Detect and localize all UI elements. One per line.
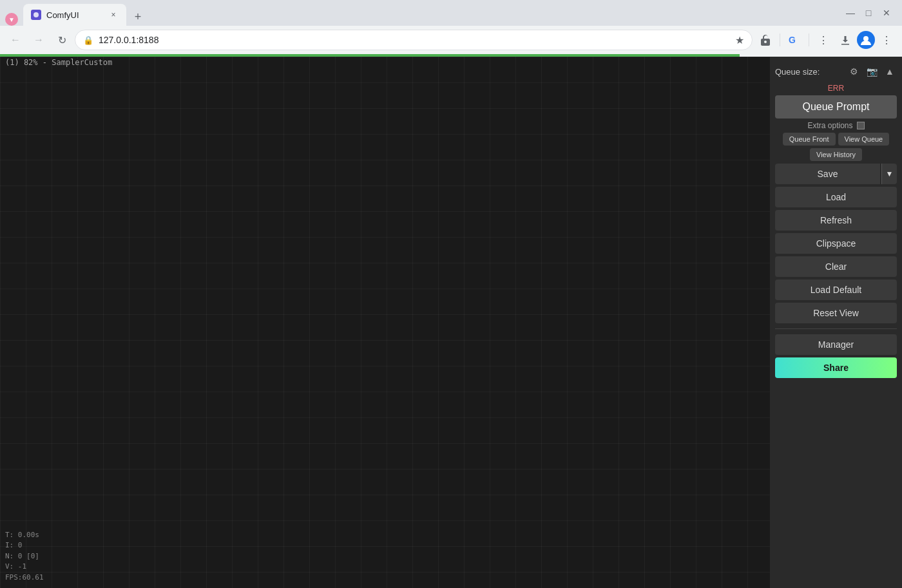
settings-icon[interactable]: ⚙: [847, 64, 861, 79]
forward-button[interactable]: →: [28, 30, 49, 50]
window-controls: — □ ✕: [843, 5, 897, 21]
close-button[interactable]: ✕: [879, 5, 894, 21]
svg-point-2: [863, 36, 868, 41]
reload-button[interactable]: ↻: [52, 30, 72, 50]
canvas-area[interactable]: (1) 82% - SamplerCustom T: 0.00s I: 0 N:…: [0, 57, 770, 588]
nav-right-buttons: G ⋮ ⋮: [755, 30, 897, 50]
nav-divider2: [809, 33, 809, 46]
tab-title: ComfyUI: [46, 10, 103, 20]
queue-size-row: Queue size: ⚙ 📷 ▲: [775, 62, 897, 81]
tab-favicon: [31, 10, 41, 20]
time-stat: T: 0.00s: [5, 530, 44, 541]
reset-view-button[interactable]: Reset View: [775, 303, 897, 323]
load-default-button[interactable]: Load Default: [775, 280, 897, 300]
back-button[interactable]: ←: [5, 30, 26, 50]
clipspace-button[interactable]: Clipspace: [775, 233, 897, 254]
chrome-more-button[interactable]: ⋮: [876, 30, 897, 50]
download-button[interactable]: [835, 30, 856, 50]
extra-options-row: Extra options: [775, 121, 897, 130]
save-dropdown-button[interactable]: ▼: [881, 164, 897, 184]
queue-size-label: Queue size:: [775, 67, 820, 77]
v-stat: V: -1: [5, 562, 44, 573]
manager-button[interactable]: Manager: [775, 334, 897, 355]
url-text: 127.0.0.1:8188: [99, 35, 730, 45]
main-area: (1) 82% - SamplerCustom T: 0.00s I: 0 N:…: [0, 57, 902, 588]
secure-icon: 🔒: [83, 35, 93, 45]
save-button[interactable]: Save: [775, 164, 880, 184]
maximize-button[interactable]: □: [861, 5, 876, 21]
svg-text:G: G: [789, 35, 796, 45]
fps-stat: FPS:60.61: [5, 573, 44, 583]
sidebar-divider: [775, 328, 897, 329]
new-tab-button[interactable]: +: [129, 8, 147, 26]
nav-bar: ← → ↻ 🔒 127.0.0.1:8188 ★ G ⋮ ⋮: [0, 26, 902, 54]
google-button[interactable]: G: [784, 30, 805, 50]
extra-options-checkbox[interactable]: [857, 122, 865, 129]
tab-bar: ▼ ComfyUI × +: [5, 0, 843, 26]
clear-button[interactable]: Clear: [775, 256, 897, 277]
nav-divider: [780, 33, 780, 46]
image-icon[interactable]: 📷: [865, 64, 879, 79]
address-bar[interactable]: 🔒 127.0.0.1:8188 ★: [75, 30, 753, 50]
profile-button[interactable]: [857, 31, 875, 49]
active-tab[interactable]: ComfyUI ×: [23, 4, 126, 26]
iteration-stat: I: 0: [5, 540, 44, 551]
collapse-icon[interactable]: ▲: [883, 64, 897, 79]
queue-front-button[interactable]: Queue Front: [783, 133, 836, 146]
sidebar: Queue size: ⚙ 📷 ▲ ERR Queue Prompt Extra…: [770, 57, 902, 588]
sidebar-icons: ⚙ 📷 ▲: [847, 64, 897, 79]
load-button[interactable]: Load: [775, 187, 897, 207]
share-button[interactable]: Share: [775, 357, 897, 378]
refresh-button[interactable]: Refresh: [775, 210, 897, 231]
tab-group-icon[interactable]: ▼: [5, 13, 18, 26]
queue-prompt-button[interactable]: Queue Prompt: [775, 95, 897, 119]
save-button-container: Save ▼: [775, 164, 897, 184]
title-bar: ▼ ComfyUI × + — □ ✕: [0, 0, 902, 26]
view-history-button[interactable]: View History: [810, 148, 862, 161]
view-history-row: View History: [775, 148, 897, 161]
status-text: (1) 82% - SamplerCustom: [5, 58, 112, 67]
minimize-button[interactable]: —: [843, 5, 858, 21]
tab-close-button[interactable]: ×: [108, 10, 119, 20]
nodes-stat: N: 0 [0]: [5, 551, 44, 562]
canvas-grid: [0, 57, 770, 588]
chrome-menu-button[interactable]: ⋮: [813, 30, 834, 50]
queue-error: ERR: [775, 84, 897, 93]
svg-point-0: [34, 12, 39, 17]
bookmark-icon[interactable]: ★: [735, 34, 744, 46]
extra-options-label: Extra options: [807, 121, 852, 130]
queue-buttons-row: Queue Front View Queue: [775, 133, 897, 146]
view-queue-button[interactable]: View Queue: [838, 133, 890, 146]
bottom-stats: T: 0.00s I: 0 N: 0 [0] V: -1 FPS:60.61: [5, 530, 44, 583]
extensions-button[interactable]: [755, 30, 776, 50]
